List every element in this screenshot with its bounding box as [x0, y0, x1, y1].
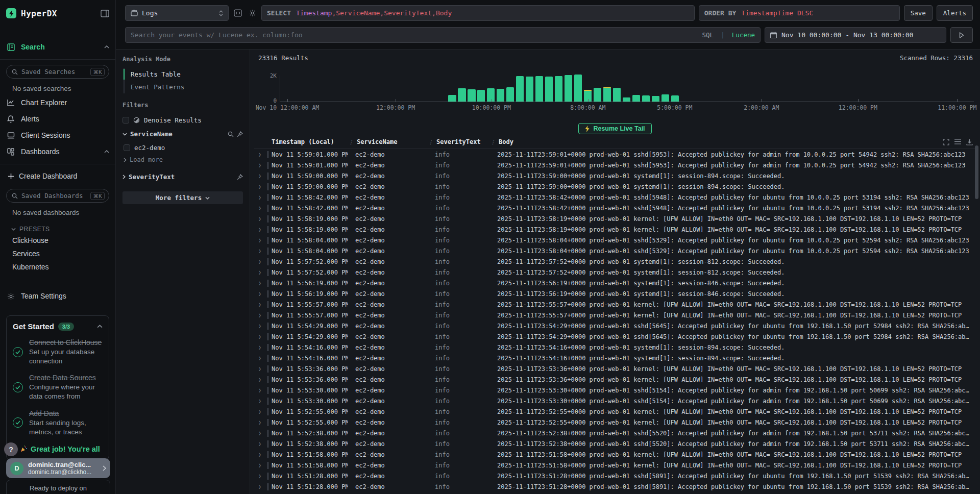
log-row[interactable]: ❯ Nov 11 5:53:36.000 PM ec2-demo info 20… [254, 363, 976, 374]
column-resize-handle[interactable]: ⋮ [428, 139, 433, 145]
row-expand-chevron[interactable]: ❯ [254, 227, 267, 232]
help-button[interactable]: ? [4, 442, 18, 456]
histogram-bar[interactable] [594, 88, 601, 102]
histogram-bar[interactable] [448, 95, 456, 102]
row-expand-chevron[interactable]: ❯ [254, 173, 267, 179]
row-expand-chevron[interactable]: ❯ [254, 441, 267, 447]
row-expand-chevron[interactable]: ❯ [254, 205, 267, 211]
log-row[interactable]: ❯ Nov 11 5:58:19.000 PM ec2-demo info 20… [254, 224, 976, 235]
log-row[interactable]: ❯ Nov 11 5:53:30.000 PM ec2-demo info 20… [254, 396, 976, 406]
row-expand-chevron[interactable]: ❯ [254, 387, 267, 393]
histogram-bar[interactable] [574, 75, 582, 102]
row-expand-chevron[interactable]: ❯ [254, 473, 267, 479]
log-row[interactable]: ❯ Nov 11 5:51:58.000 PM ec2-demo info 20… [254, 449, 976, 460]
row-expand-chevron[interactable]: ❯ [254, 248, 267, 254]
filter-group-severitytext[interactable]: SeverityText [122, 169, 243, 184]
log-row[interactable]: ❯ Nov 11 5:51:58.000 PM ec2-demo info 20… [254, 460, 976, 471]
column-resize-handle[interactable]: ⋮ [348, 139, 354, 145]
log-row[interactable]: ❯ Nov 11 5:59:00.000 PM ec2-demo info 20… [254, 181, 976, 192]
row-expand-chevron[interactable]: ❯ [254, 194, 267, 200]
resume-live-tail-button[interactable]: Resume Live Tail [578, 123, 651, 134]
histogram-bar[interactable] [565, 75, 572, 102]
service-ec2-demo-checkbox[interactable] [124, 144, 130, 151]
histogram-bar[interactable] [497, 89, 504, 102]
scrollbar-thumb[interactable] [975, 145, 978, 199]
row-expand-chevron[interactable]: ❯ [254, 184, 267, 189]
histogram-bar[interactable] [535, 76, 543, 102]
log-row[interactable]: ❯ Nov 11 5:54:29.000 PM ec2-demo info 20… [254, 331, 976, 342]
histogram-bar[interactable] [526, 77, 533, 102]
date-range-picker[interactable]: Nov 10 00:00:00 - Nov 13 00:00:00 [765, 27, 946, 43]
row-expand-chevron[interactable]: ❯ [254, 334, 267, 339]
preset-clickhouse[interactable]: ClickHouse [6, 234, 109, 247]
histogram-bar[interactable] [516, 76, 524, 102]
create-dashboard-button[interactable]: Create Dashboard [6, 168, 109, 184]
sql-toggle[interactable]: SQL [702, 31, 714, 39]
row-expand-chevron[interactable]: ❯ [254, 409, 267, 414]
histogram-bar[interactable] [662, 94, 669, 102]
log-row[interactable]: ❯ Nov 11 5:51:18.000 PM ec2-demo info 20… [254, 492, 976, 494]
presets-section-toggle[interactable]: PRESETS [11, 226, 109, 233]
row-expand-chevron[interactable]: ❯ [254, 398, 267, 404]
filter-group-servicename[interactable]: ServiceName [122, 127, 243, 141]
saved-searches-input[interactable]: Saved Searches ⌘K [6, 65, 109, 79]
row-expand-chevron[interactable]: ❯ [254, 377, 267, 382]
log-row[interactable]: ❯ Nov 11 5:56:19.000 PM ec2-demo info 20… [254, 288, 976, 299]
log-row[interactable]: ❯ Nov 11 5:54:16.000 PM ec2-demo info 20… [254, 342, 976, 353]
histogram-bar[interactable] [506, 87, 514, 102]
row-expand-chevron[interactable]: ❯ [254, 323, 267, 329]
row-height-icon[interactable] [954, 139, 961, 145]
row-expand-chevron[interactable]: ❯ [254, 344, 267, 350]
run-query-button[interactable] [950, 27, 973, 43]
lucene-toggle[interactable]: Lucene [732, 31, 755, 39]
log-row[interactable]: ❯ Nov 11 5:52:38.000 PM ec2-demo info 20… [254, 428, 976, 438]
row-expand-chevron[interactable]: ❯ [254, 366, 267, 372]
get-started-step[interactable]: Add Data Start sending logs, metrics, or… [13, 409, 103, 437]
row-expand-chevron[interactable]: ❯ [254, 152, 267, 157]
mode-event-patterns[interactable]: Event Patterns [125, 81, 243, 93]
sidebar-item-alerts[interactable]: Alerts [6, 111, 109, 127]
histogram-bar[interactable] [632, 95, 640, 102]
row-expand-chevron[interactable]: ❯ [254, 237, 267, 243]
preset-kubernetes[interactable]: Kubernetes [6, 260, 109, 274]
log-row[interactable]: ❯ Nov 11 5:51:28.000 PM ec2-demo info 20… [254, 471, 976, 481]
get-started-step[interactable]: Connect to ClickHouse Set up your databa… [13, 338, 103, 366]
sidebar-collapse-icon[interactable] [101, 10, 109, 17]
load-more-button[interactable]: Load more [122, 154, 243, 165]
row-expand-chevron[interactable]: ❯ [254, 462, 267, 468]
saved-dashboards-input[interactable]: Saved Dashboards ⌘K [6, 189, 109, 203]
row-expand-chevron[interactable]: ❯ [254, 162, 267, 168]
chevron-up-icon[interactable] [104, 45, 109, 48]
sidebar-item-search[interactable]: Search [6, 39, 109, 55]
sidebar-item-team-settings[interactable]: Team Settings [6, 288, 109, 304]
histogram-plot[interactable]: 2K0 [280, 66, 974, 102]
histogram-bar[interactable] [603, 87, 611, 102]
row-expand-chevron[interactable]: ❯ [254, 259, 267, 264]
row-expand-chevron[interactable]: ❯ [254, 216, 267, 221]
mode-results-table[interactable]: Results Table [125, 68, 243, 81]
log-row[interactable]: ❯ Nov 11 5:58:42.000 PM ec2-demo info 20… [254, 192, 976, 203]
log-row[interactable]: ❯ Nov 11 5:58:42.000 PM ec2-demo info 20… [254, 203, 976, 213]
column-resize-handle[interactable]: ⋮ [490, 139, 496, 145]
row-expand-chevron[interactable]: ❯ [254, 430, 267, 436]
log-row[interactable]: ❯ Nov 11 5:59:00.000 PM ec2-demo info 20… [254, 170, 976, 181]
log-row[interactable]: ❯ Nov 11 5:56:19.000 PM ec2-demo info 20… [254, 278, 976, 288]
log-row[interactable]: ❯ Nov 11 5:55:57.000 PM ec2-demo info 20… [254, 299, 976, 310]
log-row[interactable]: ❯ Nov 11 5:57:52.000 PM ec2-demo info 20… [254, 256, 976, 267]
chevron-up-icon[interactable] [104, 150, 109, 153]
row-expand-chevron[interactable]: ❯ [254, 355, 267, 361]
row-expand-chevron[interactable]: ❯ [254, 419, 267, 425]
log-row[interactable]: ❯ Nov 11 5:52:55.000 PM ec2-demo info 20… [254, 406, 976, 417]
sidebar-item-client-sessions[interactable]: Client Sessions [6, 127, 109, 143]
row-expand-chevron[interactable]: ❯ [254, 291, 267, 297]
log-row[interactable]: ❯ Nov 11 5:57:52.000 PM ec2-demo info 20… [254, 267, 976, 278]
log-row[interactable]: ❯ Nov 11 5:53:30.000 PM ec2-demo info 20… [254, 385, 976, 396]
order-by-input[interactable]: ORDER BY TimestampTime DESC [699, 5, 900, 21]
more-filters-button[interactable]: More filters [122, 191, 243, 204]
pin-icon[interactable] [237, 131, 243, 137]
log-row[interactable]: ❯ Nov 11 5:54:16.000 PM ec2-demo info 20… [254, 353, 976, 363]
histogram-bar[interactable] [642, 95, 650, 102]
log-row[interactable]: ❯ Nov 11 5:54:29.000 PM ec2-demo info 20… [254, 320, 976, 331]
code-brackets-icon[interactable] [233, 9, 243, 17]
log-row[interactable]: ❯ Nov 11 5:51:28.000 PM ec2-demo info 20… [254, 481, 976, 492]
